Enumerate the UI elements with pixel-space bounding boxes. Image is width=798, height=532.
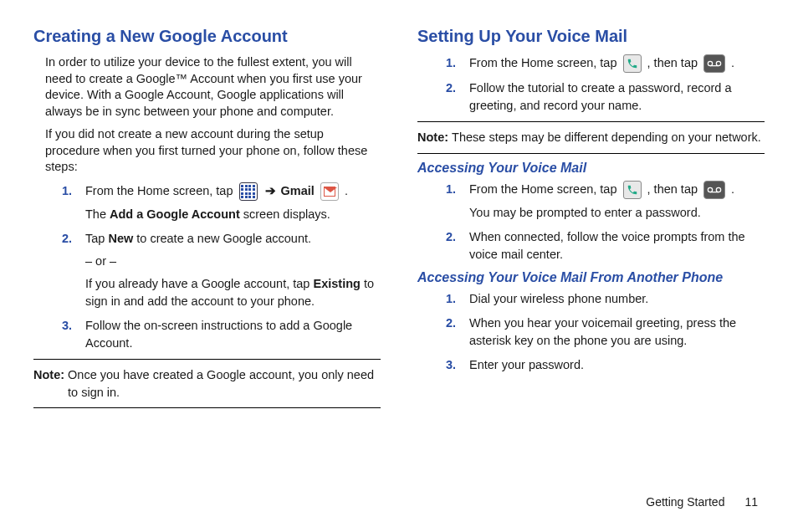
note-label: Note: <box>417 129 448 146</box>
step-pre: From the Home screen, tap <box>469 182 621 196</box>
sub-text: You may be prompted to enter a password. <box>469 204 765 222</box>
step-2: 2. Follow the tutorial to create a passw… <box>446 79 765 115</box>
step-number: 3. <box>446 356 466 374</box>
right-column: Setting Up Your Voice Mail 1. From the H… <box>417 27 765 415</box>
step-text: When connected, follow the voice prompts… <box>469 228 765 263</box>
note-label: Note: <box>33 366 64 401</box>
step-1: 1. Dial your wireless phone number. <box>446 290 765 308</box>
note-text: These steps may be different depending o… <box>452 129 765 146</box>
access-vm-steps: 1. From the Home screen, tap , then tap … <box>446 181 765 263</box>
divider <box>417 121 765 122</box>
subheading-access-vm-other: Accessing Your Voice Mail From Another P… <box>417 270 765 285</box>
step-post1: to create a new Google account. <box>133 232 311 245</box>
note-text: Once you have created a Google account, … <box>68 366 381 401</box>
step-period: . <box>345 184 348 197</box>
step-1: 1. From the Home screen, tap , then tap … <box>446 181 765 222</box>
step-number: 2. <box>446 315 466 350</box>
voicemail-icon <box>703 54 725 73</box>
new-bold: New <box>108 232 133 245</box>
gmail-label: Gmail <box>281 184 315 197</box>
left-column: Creating a New Google Account In order t… <box>33 27 381 415</box>
step-3: 3. Enter your password. <box>446 356 765 374</box>
step-number: 1. <box>446 54 466 73</box>
step-2: 2. When connected, follow the voice prom… <box>446 228 765 263</box>
step-number: 1. <box>446 290 466 308</box>
step-2: 2. When you hear your voicemail greeting… <box>446 315 765 350</box>
subheading-access-vm: Accessing Your Voice Mail <box>417 161 765 176</box>
voicemail-icon <box>703 181 725 199</box>
svg-point-4 <box>716 187 720 192</box>
step-post2a: If you already have a Google account, ta… <box>85 277 313 290</box>
step-mid: , then tap <box>647 182 702 196</box>
step-1: 1. From the Home screen, tap , then tap … <box>446 54 765 73</box>
intro-paragraph-2: If you did not create a new account duri… <box>45 126 381 176</box>
step-text: From the Home screen, tap <box>85 184 237 197</box>
heading-create-account: Creating a New Google Account <box>33 27 381 46</box>
intro-paragraph-1: In order to utilize your device to the f… <box>45 54 381 120</box>
step-number: 2. <box>446 228 466 263</box>
divider <box>33 359 381 360</box>
step-number: 1. <box>446 181 466 222</box>
heading-voicemail: Setting Up Your Voice Mail <box>417 27 765 46</box>
arrow-icon: ➔ <box>265 184 276 197</box>
or-separator: – or – <box>85 253 381 270</box>
step-text: Follow the on-screen instructions to add… <box>85 317 381 352</box>
step-text: Follow the tutorial to create a password… <box>469 79 765 115</box>
note-voicemail: Note: These steps may be different depen… <box>417 129 765 146</box>
step-pre: From the Home screen, tap <box>469 56 621 69</box>
svg-point-1 <box>716 62 720 66</box>
svg-point-3 <box>708 187 712 192</box>
step-number: 2. <box>446 79 466 115</box>
divider <box>33 407 381 408</box>
step-number: 3. <box>62 317 82 352</box>
svg-point-0 <box>708 62 712 66</box>
step-text: Dial your wireless phone number. <box>469 290 765 308</box>
page-number: 11 <box>744 495 758 509</box>
step-2: 2. Tap New to create a new Google accoun… <box>62 230 381 310</box>
voicemail-setup-steps: 1. From the Home screen, tap , then tap … <box>446 54 765 115</box>
step-text: When you hear your voicemail greeting, p… <box>469 315 765 350</box>
step-1: 1. From the Home screen, tap ➔ Gmail <box>62 182 381 223</box>
sub-after: screen displays. <box>240 207 330 221</box>
step-text: Enter your password. <box>469 356 765 374</box>
page-footer: Getting Started 11 <box>646 495 758 509</box>
phone-icon <box>623 54 642 73</box>
phone-icon <box>623 181 642 199</box>
apps-icon <box>239 182 258 201</box>
note-create-account: Note: Once you have created a Google acc… <box>33 366 381 401</box>
sub-bold: Add a Google Account <box>110 207 240 221</box>
step-post: . <box>731 56 734 69</box>
create-account-steps: 1. From the Home screen, tap ➔ Gmail <box>62 182 381 352</box>
gmail-icon <box>320 182 339 201</box>
step-mid: , then tap <box>647 56 702 69</box>
existing-bold: Existing <box>313 277 360 290</box>
step-pre: Tap <box>85 232 108 245</box>
divider <box>417 153 765 154</box>
footer-section-label: Getting Started <box>646 495 724 509</box>
step-number: 1. <box>62 182 82 223</box>
sub-text: The <box>85 207 110 221</box>
step-number: 2. <box>62 230 82 310</box>
step-post: . <box>731 182 734 196</box>
step-3: 3. Follow the on-screen instructions to … <box>62 317 381 352</box>
access-vm-other-steps: 1. Dial your wireless phone number. 2. W… <box>446 290 765 374</box>
